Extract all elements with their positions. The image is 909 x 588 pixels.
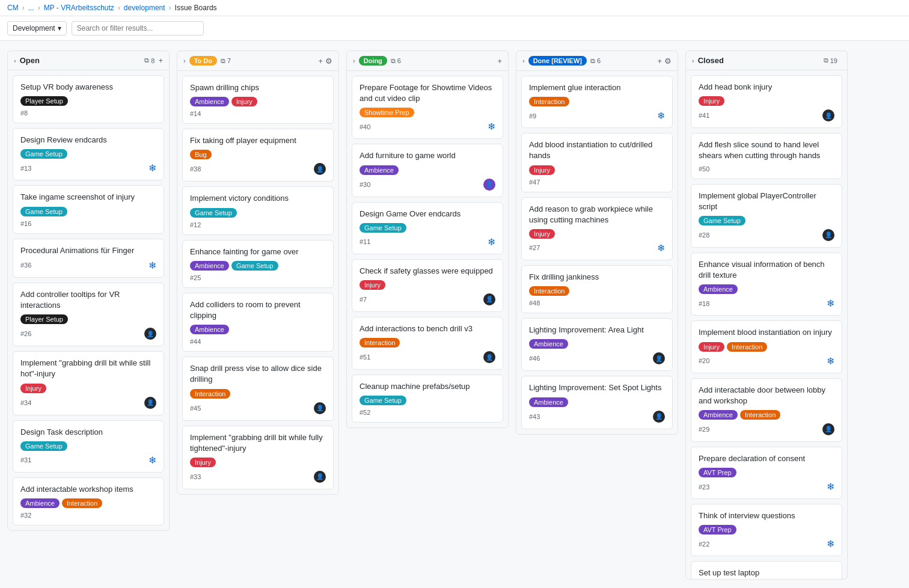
card[interactable]: Cleanup machine prefabs/setupGame Setup#… bbox=[352, 375, 503, 423]
add-card-button-doing[interactable]: + bbox=[497, 57, 502, 66]
search-input[interactable] bbox=[72, 21, 204, 35]
card[interactable]: Add flesh slice sound to hand level shea… bbox=[691, 133, 842, 179]
nav-mp[interactable]: MP - VRArbeitsschutz bbox=[44, 4, 114, 12]
column-header-open: ›Open⧉ 8+ bbox=[8, 51, 169, 70]
card-tags: Ambience bbox=[360, 165, 495, 175]
card[interactable]: Set up test laptopAVT Prep#21👤 bbox=[691, 561, 842, 579]
card[interactable]: Add colliders to room to prevent clippin… bbox=[182, 293, 334, 352]
nav-ellipsis[interactable]: ... bbox=[28, 4, 34, 12]
card[interactable]: Lighting Improvement: Set Spot LightsAmb… bbox=[521, 376, 673, 429]
card-tag: Interaction bbox=[727, 342, 767, 352]
card-tags: Game Setup bbox=[20, 149, 156, 159]
card[interactable]: Design Task descriptionGame Setup#31❄ bbox=[13, 420, 164, 473]
card-tag: Injury bbox=[190, 458, 216, 467]
collapse-button-doing[interactable]: › bbox=[353, 57, 355, 64]
card[interactable]: Add interactions to bench drill v3Intera… bbox=[352, 317, 503, 370]
card-tag: Game Setup bbox=[360, 223, 406, 233]
card-title: Implement "grabbing drill bit while stil… bbox=[20, 358, 156, 379]
card-number: #52 bbox=[360, 409, 370, 416]
card-title: Design Review endcards bbox=[20, 135, 156, 145]
add-card-button-open[interactable]: + bbox=[158, 56, 163, 65]
card-footer: #23❄ bbox=[699, 481, 834, 492]
card[interactable]: Add interactable door between lobby and … bbox=[691, 378, 842, 442]
card-tag: Injury bbox=[231, 97, 257, 106]
card[interactable]: Implement global PlayerController script… bbox=[691, 184, 842, 248]
column-open: ›Open⧉ 8+Setup VR body awarenessPlayer S… bbox=[7, 51, 170, 531]
collapse-button-todo[interactable]: › bbox=[183, 57, 186, 64]
column-header-closed: ›Closed⧉ 19 bbox=[686, 51, 847, 70]
card[interactable]: Check if safety glasses were equippedInj… bbox=[352, 259, 503, 312]
collapse-button-open[interactable]: › bbox=[14, 57, 16, 64]
card-title: Spawn drilling chips bbox=[190, 82, 326, 93]
card-footer: #44 bbox=[190, 338, 326, 345]
card-footer: #48 bbox=[529, 299, 665, 307]
card[interactable]: Enhance fainting for game overAmbienceGa… bbox=[182, 240, 334, 288]
card[interactable]: Fix taking off player equipmentBug#38👤 bbox=[182, 129, 334, 182]
card-footer: #32 bbox=[20, 512, 156, 519]
card[interactable]: Prepare declaration of consentAVT Prep#2… bbox=[691, 447, 842, 499]
card[interactable]: Add reason to grab workpiece while using… bbox=[521, 197, 673, 260]
card-title: Add colliders to room to prevent clippin… bbox=[190, 299, 326, 321]
card-tag: Interaction bbox=[529, 286, 569, 296]
card-number: #43 bbox=[529, 413, 540, 420]
card[interactable]: Lighting Improvement: Area LightAmbience… bbox=[521, 318, 673, 371]
snowflake-icon: ❄ bbox=[657, 242, 665, 254]
card[interactable]: Add blood instantiation to cut/drilled h… bbox=[521, 133, 673, 192]
card-number: #25 bbox=[190, 274, 201, 281]
card[interactable]: Add furniture to game worldAmbience#30👤 bbox=[352, 144, 503, 197]
card[interactable]: Enhance visual information of bench dril… bbox=[691, 253, 842, 316]
card-tags: Game Setup bbox=[20, 207, 156, 216]
card[interactable]: Setup VR body awarenessPlayer Setup#8 bbox=[13, 75, 164, 123]
card[interactable]: Add interactable workshop itemsAmbienceI… bbox=[13, 477, 164, 525]
card[interactable]: Take ingame screenshot of injuryGame Set… bbox=[13, 185, 164, 233]
avatar: 👤 bbox=[314, 402, 326, 414]
card[interactable]: Prepare Footage for Showtime Videos and … bbox=[352, 76, 503, 139]
development-dropdown[interactable]: Development ▾ bbox=[7, 21, 67, 35]
card-number: #48 bbox=[529, 299, 540, 307]
card-number: #46 bbox=[529, 355, 540, 362]
card[interactable]: Fix drilling jankinessInteraction#48 bbox=[521, 265, 673, 313]
settings-button-todo[interactable]: ⚙ bbox=[325, 57, 332, 66]
card[interactable]: Think of interview questionsAVT Prep#22❄ bbox=[691, 504, 842, 556]
nav-cm[interactable]: CM bbox=[7, 4, 19, 12]
collapse-button-closed[interactable]: › bbox=[692, 57, 694, 64]
nav-development[interactable]: development bbox=[124, 4, 165, 12]
card[interactable]: Procedural Animations für Finger#36❄ bbox=[13, 239, 164, 278]
card[interactable]: Implement "grabbing drill bit while full… bbox=[182, 426, 334, 489]
column-body-open: Setup VR body awarenessPlayer Setup#8Des… bbox=[8, 70, 169, 530]
card-tag: Ambience bbox=[20, 498, 60, 508]
card[interactable]: Snap drill press vise to allow dice side… bbox=[182, 357, 334, 420]
card[interactable]: Implement victory conditionsGame Setup#1… bbox=[182, 186, 334, 234]
card-tags: Game Setup bbox=[699, 216, 834, 225]
avatar: 👤 bbox=[653, 352, 665, 364]
collapse-button-review[interactable]: › bbox=[522, 57, 525, 64]
settings-button-review[interactable]: ⚙ bbox=[664, 57, 672, 66]
add-card-button-review[interactable]: + bbox=[657, 57, 662, 66]
card[interactable]: Add head bonk injuryInjury#41👤 bbox=[691, 75, 842, 128]
snowflake-icon: ❄ bbox=[827, 355, 834, 367]
card-footer: #33👤 bbox=[190, 471, 326, 483]
card-tags: Ambience bbox=[529, 339, 665, 349]
card-tags: AmbienceInteraction bbox=[20, 498, 156, 508]
card-title: Enhance visual information of bench dril… bbox=[699, 259, 834, 281]
card[interactable]: Add controller tooltips for VR interacti… bbox=[13, 283, 164, 346]
card[interactable]: Implement blood instantiation on injuryI… bbox=[691, 320, 842, 373]
card[interactable]: Implement "grabbing drill bit while stil… bbox=[13, 351, 164, 415]
card[interactable]: Spawn drilling chipsAmbienceInjury#14 bbox=[182, 76, 334, 124]
card-tags: Interaction bbox=[360, 338, 495, 348]
dropdown-label: Development bbox=[13, 24, 55, 32]
card-number: #9 bbox=[529, 112, 536, 120]
card-number: #40 bbox=[360, 123, 370, 130]
card-number: #26 bbox=[20, 330, 31, 337]
card[interactable]: Implement glue interactionInteraction#9❄ bbox=[521, 76, 673, 128]
card-tags: AmbienceInteraction bbox=[699, 410, 834, 420]
add-card-button-todo[interactable]: + bbox=[318, 57, 323, 66]
card-number: #33 bbox=[190, 473, 201, 480]
card[interactable]: Design Game Over endcardsGame Setup#11❄ bbox=[352, 202, 503, 254]
snowflake-icon: ❄ bbox=[827, 298, 834, 309]
column-body-todo: Spawn drilling chipsAmbienceInjury#14Fix… bbox=[177, 71, 338, 494]
column-body-review: Implement glue interactionInteraction#9❄… bbox=[516, 71, 678, 434]
card[interactable]: Design Review endcardsGame Setup#13❄ bbox=[13, 128, 164, 180]
card-title: Design Task description bbox=[20, 427, 156, 438]
card-title: Add interactable door between lobby and … bbox=[699, 385, 834, 406]
